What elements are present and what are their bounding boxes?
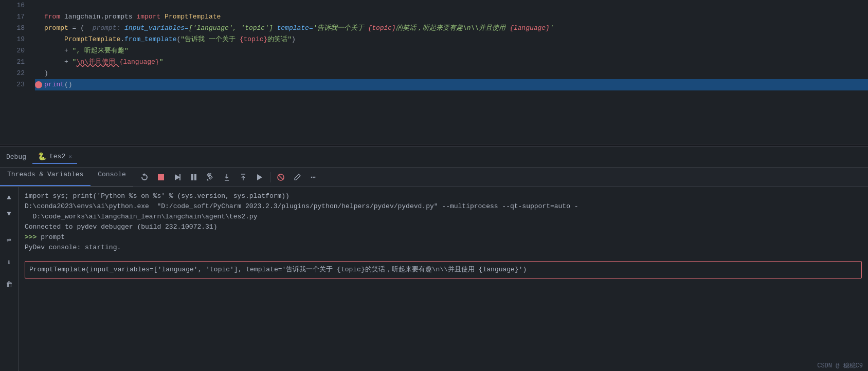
python-icon: 🐍 — [38, 152, 46, 161]
console-line-prompt: >>> prompt — [25, 232, 862, 243]
step-over-button[interactable] — [203, 170, 218, 184]
code-line-20: + ", 听起来要有趣" — [35, 45, 868, 57]
svg-rect-2 — [191, 174, 193, 180]
download-button[interactable]: ⬇ — [3, 256, 15, 268]
mute-breakpoints-button[interactable] — [274, 170, 288, 184]
watermark: CSDN @ 稳稳C9 — [812, 360, 868, 371]
debug-tab-close[interactable]: ✕ — [68, 153, 72, 160]
scroll-up-button[interactable]: ▲ — [3, 191, 15, 203]
svg-line-5 — [278, 175, 283, 180]
clear-button[interactable]: 🗑 — [3, 279, 15, 291]
line-numbers: 16 17 18 19 20 21 22 23 — [0, 0, 31, 144]
code-line-23-active: print () — [35, 79, 868, 90]
threads-tabs: Threads & Variables Console — [0, 168, 133, 187]
breakpoint-indicator — [35, 81, 42, 88]
resume-button[interactable] — [170, 170, 185, 184]
console-line-pydev: PyDev console: starting. — [25, 243, 862, 253]
step-into-button[interactable] — [220, 170, 234, 184]
debug-tab-label: tes2 — [49, 153, 65, 160]
rerun-button[interactable] — [137, 170, 152, 184]
code-line-17: from langchain.prompts import PromptTemp… — [35, 11, 868, 23]
console-output: import sys; print('Python %s on %s' % (s… — [19, 187, 868, 371]
console-result-text: PromptTemplate(input_variables=['languag… — [29, 266, 527, 273]
svg-rect-1 — [179, 174, 180, 180]
debug-tab-tes2[interactable]: 🐍 tes2 ✕ — [32, 150, 77, 164]
console-result-box: PromptTemplate(input_variables=['languag… — [25, 261, 862, 279]
left-action-buttons: ▲ ▼ ⇌ ⬇ 🗑 — [0, 187, 19, 371]
more-options-button[interactable]: ⋯ — [306, 170, 321, 184]
run-to-cursor-button[interactable] — [252, 170, 267, 184]
debug-tabs-toolbar: Threads & Variables Console — [0, 168, 868, 187]
pause-button[interactable] — [187, 170, 201, 184]
debug-title: Debug — [6, 153, 26, 161]
svg-rect-0 — [158, 174, 164, 180]
tab-threads-variables[interactable]: Threads & Variables — [0, 168, 91, 186]
scroll-down-button[interactable]: ▼ — [3, 208, 15, 220]
svg-rect-3 — [194, 174, 196, 180]
step-out-button[interactable] — [236, 170, 250, 184]
stop-button[interactable] — [154, 170, 168, 184]
console-line-1: import sys; print('Python %s on %s' % (s… — [25, 191, 862, 201]
debug-toolbar: ⋯ — [133, 170, 325, 184]
code-line-18: prompt = ( prompt: input_variables= ['la… — [35, 23, 868, 34]
console-area: ▲ ▼ ⇌ ⬇ 🗑 import sys; print('Python %s o… — [0, 187, 868, 371]
code-editor: 16 17 18 19 20 21 22 23 from langchai — [0, 0, 868, 144]
soft-wrap-button[interactable]: ⇌ — [3, 233, 15, 246]
console-line-4: Connected to pydev debugger (build 232.1… — [25, 222, 862, 232]
edit-button[interactable] — [290, 170, 304, 184]
debug-header: Debug 🐍 tes2 ✕ — [0, 147, 868, 168]
console-line-3: D:\code_works\ai\langchain_learn\langcha… — [25, 212, 862, 222]
debug-panel: Debug 🐍 tes2 ✕ Threads & Variables Conso… — [0, 147, 868, 371]
tab-console[interactable]: Console — [91, 168, 133, 186]
code-lines: from langchain.prompts import PromptTemp… — [31, 0, 868, 144]
console-line-2: D:\conda2023\envs\ai\python.exe "D:/code… — [25, 201, 862, 212]
code-line-21: + " \n\并且使用 {language} " — [35, 57, 868, 68]
code-line-22: ) — [35, 68, 868, 79]
code-line-16 — [35, 0, 868, 11]
code-line-19: PromptTemplate . from_template ( "告诉我 一个… — [35, 34, 868, 45]
